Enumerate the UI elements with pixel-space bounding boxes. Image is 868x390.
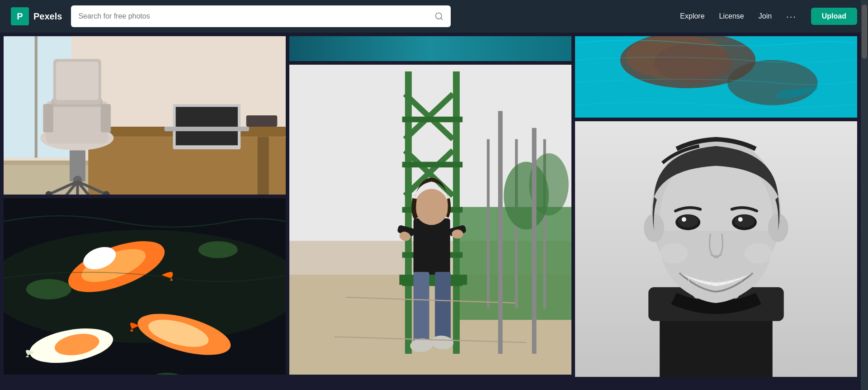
photo-grid (0, 33, 861, 380)
brand-name: Pexels (33, 11, 62, 22)
photo-column-1 (4, 36, 286, 377)
logo-icon[interactable]: P (11, 7, 29, 25)
nav-item-join[interactable]: Join (759, 12, 772, 20)
photo-koi-fish[interactable] (4, 198, 286, 375)
logo-area: P Pexels (11, 7, 62, 25)
search-bar (71, 5, 451, 27)
header-nav: Explore License Join ··· Upload (680, 8, 857, 25)
photo-woman-ladder[interactable] (289, 65, 571, 375)
nav-item-license[interactable]: License (719, 12, 744, 20)
more-menu-button[interactable]: ··· (786, 11, 797, 22)
header: P Pexels Explore License Join ··· Upload (0, 0, 868, 33)
scrollbar[interactable] (861, 0, 868, 390)
search-button[interactable] (434, 12, 443, 21)
svg-line-1 (441, 18, 443, 20)
photo-column-2 (289, 36, 571, 377)
photo-teal-texture[interactable] (575, 36, 857, 118)
main-content (0, 33, 861, 380)
nav-item-explore[interactable]: Explore (680, 12, 704, 20)
scrollbar-thumb (862, 5, 867, 59)
upload-button[interactable]: Upload (811, 8, 857, 25)
photo-teal-header[interactable] (289, 36, 571, 61)
photo-young-man[interactable] (575, 121, 857, 377)
photo-column-3 (575, 36, 857, 377)
photo-office-chair[interactable] (4, 36, 286, 195)
search-input[interactable] (78, 12, 430, 20)
